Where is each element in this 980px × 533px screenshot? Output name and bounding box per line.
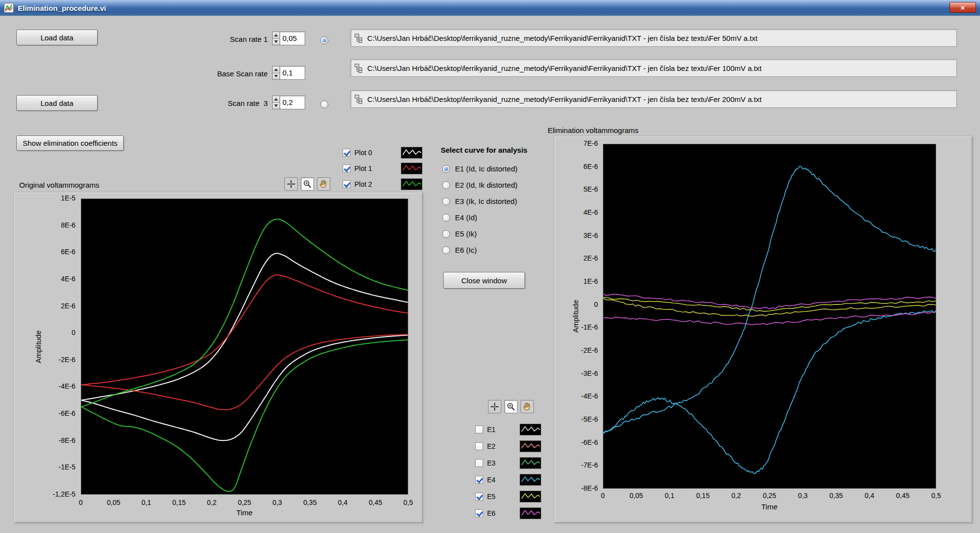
increment-button[interactable] [273, 67, 280, 73]
y-axis-label: Amplitude [571, 300, 580, 333]
y-tick-label: 7E-6 [583, 139, 598, 147]
show-elimination-coefficients-button[interactable]: Show elimination coefficients [16, 135, 124, 151]
x-axis-label: Time [237, 508, 253, 517]
curve-option: E3 (Ik, Ic distorted) [442, 193, 518, 209]
plot-line-sample [520, 491, 541, 502]
load-data-button-2[interactable]: Load data [16, 95, 98, 111]
y-tick-label: 0 [71, 329, 75, 336]
chart-title: Original voltammograms [19, 181, 100, 189]
curve-radio[interactable] [442, 181, 450, 189]
scan-rate-1-control: 0,05 [272, 32, 305, 45]
plot-area[interactable] [603, 144, 936, 489]
curve-option: E6 (Ic) [442, 242, 518, 258]
plot-label: E1 [487, 426, 500, 433]
y-tick-label: 4E-6 [61, 275, 75, 283]
x-tick-label: 0,45 [896, 492, 910, 500]
scan-rate-3-value[interactable]: 0,2 [280, 96, 305, 109]
titlebar[interactable]: Elimination_procedure.vi × [0, 0, 980, 16]
plot-label: E3 [487, 459, 500, 467]
plot-label: Plot 0 [354, 149, 380, 157]
file-path-text: C:\Users\Jan Hrbáč\Desktop\ferrikyanid_r… [367, 34, 758, 42]
y-tick-label: -4E-6 [581, 392, 598, 400]
curve-radio[interactable] [442, 246, 450, 254]
path-icon [354, 33, 363, 43]
zoom-tool-button[interactable] [504, 400, 518, 413]
window-title: Elimination_procedure.vi [18, 4, 106, 12]
y-tick-label: 2E-6 [583, 254, 598, 262]
curve-option: E1 (Id, Ic distorted) [442, 161, 518, 177]
plot-visibility-checkbox[interactable] [343, 149, 350, 157]
select-curve-title: Select curve for analysis [441, 146, 527, 154]
legend-row: Plot 1 [343, 161, 422, 176]
curve-radio[interactable] [442, 198, 450, 205]
labview-window: Elimination_procedure.vi × Load data Loa… [0, 0, 980, 533]
decrement-button[interactable] [273, 73, 280, 80]
curve-radio[interactable] [442, 214, 450, 222]
curve-option-label: E2 (Id, Ik distorted) [455, 181, 518, 189]
y-tick-label: 1E-5 [61, 194, 75, 202]
legend-row: Plot 2 [343, 176, 422, 192]
legend-row: E6 [475, 505, 541, 522]
cursor-tool-button[interactable] [284, 177, 298, 191]
y-axis-label: Amplitude [34, 331, 42, 364]
plot-visibility-checkbox[interactable] [343, 180, 350, 188]
x-tick-label: 0,15 [696, 492, 709, 500]
plot-line-sample [401, 178, 422, 190]
increment-button[interactable] [273, 32, 280, 39]
spinner [272, 96, 280, 109]
pan-tool-button[interactable] [317, 177, 330, 191]
x-tick-label: 0,3 [273, 499, 282, 506]
curve-option-label: E1 (Id, Ic distorted) [455, 165, 518, 173]
plot-visibility-checkbox[interactable] [475, 426, 483, 433]
y-tick-label: 3E-6 [583, 232, 598, 239]
x-tick-label: 0,35 [303, 499, 316, 506]
titlebar-close-button[interactable]: × [949, 2, 976, 13]
path-icon [354, 94, 363, 104]
cursor-tool-button[interactable] [488, 400, 501, 413]
plot-line-sample [520, 424, 541, 435]
plot-legend: Plot 0Plot 1Plot 2 [343, 145, 422, 192]
graph-tool-palette [488, 400, 534, 413]
close-window-button[interactable]: Close window [443, 272, 525, 289]
scan-rate-1-value[interactable]: 0,05 [280, 32, 305, 45]
plot-label: Plot 2 [354, 180, 380, 188]
y-tick-label: 6E-6 [583, 163, 598, 170]
increment-button[interactable] [273, 96, 280, 103]
decrement-button[interactable] [273, 103, 280, 109]
file-path-text: C:\Users\Jan Hrbáč\Desktop\ferrikyanid_r… [367, 64, 762, 72]
scan-rate-3-radio[interactable] [320, 100, 328, 108]
plot-visibility-checkbox[interactable] [475, 509, 483, 517]
plot-visibility-checkbox[interactable] [475, 476, 483, 484]
y-tick-label: 4E-6 [583, 208, 598, 216]
y-tick-label: -1E-6 [581, 323, 598, 331]
plot-visibility-checkbox[interactable] [475, 459, 483, 467]
y-axis-ticks: 1E-58E-66E-64E-62E-60-2E-6-4E-6-6E-6-8E-… [25, 199, 77, 495]
plot-visibility-checkbox[interactable] [475, 493, 483, 500]
scan-rate-1-radio[interactable] [320, 36, 328, 44]
curve-radio[interactable] [442, 165, 450, 173]
x-tick-label: 0,4 [338, 499, 347, 506]
y-tick-label: 6E-6 [61, 248, 75, 256]
plot-visibility-checkbox[interactable] [343, 165, 350, 172]
x-tick-label: 0,4 [865, 492, 874, 500]
plot-line-sample [520, 440, 541, 452]
pan-tool-button[interactable] [521, 400, 534, 413]
chart-title: Elimination voltammograms [548, 126, 638, 134]
base-scan-rate-value[interactable]: 0,1 [280, 66, 305, 80]
plot-visibility-checkbox[interactable] [475, 442, 483, 450]
y-tick-label: -8E-6 [59, 436, 75, 444]
file-path-field-3[interactable]: C:\Users\Jan Hrbáč\Desktop\ferrikyanid_r… [350, 90, 957, 108]
decrement-button[interactable] [273, 39, 280, 45]
file-path-field-2[interactable]: C:\Users\Jan Hrbáč\Desktop\ferrikyanid_r… [350, 59, 957, 77]
hand-icon [522, 401, 532, 412]
y-tick-label: -8E-6 [581, 484, 598, 492]
spinner [272, 32, 280, 45]
plot-legend: E1E2E3E4E5E6 [475, 421, 541, 522]
file-path-field-1[interactable]: C:\Users\Jan Hrbáč\Desktop\ferrikyanid_r… [350, 29, 957, 47]
x-tick-label: 0,15 [173, 499, 186, 506]
load-data-button-1[interactable]: Load data [16, 30, 98, 45]
zoom-tool-button[interactable] [301, 177, 314, 191]
curve-radio[interactable] [442, 230, 450, 238]
plot-area[interactable] [81, 199, 408, 495]
legend-row: E3 [475, 455, 541, 471]
